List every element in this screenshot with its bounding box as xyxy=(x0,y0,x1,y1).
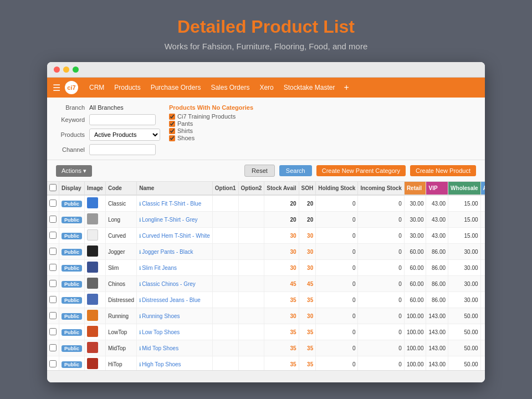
soh-1: 20 xyxy=(299,212,316,228)
category-check-1[interactable] xyxy=(169,121,175,127)
product-link-2[interactable]: ℹCurved Hem T-Shirt - White xyxy=(139,233,210,239)
product-link-9[interactable]: ℹMid Top Shoes xyxy=(139,345,178,351)
nav-item-products[interactable]: Products xyxy=(110,81,145,94)
option2-1 xyxy=(238,212,264,228)
nav-item-sales-orders[interactable]: Sales Orders xyxy=(206,81,254,94)
table-row: Public Chinos ℹClassic Chinos - Grey 45 … xyxy=(47,276,485,292)
option2-3 xyxy=(238,244,264,260)
retail-8: 100.00 xyxy=(404,324,426,340)
retail-7: 100.00 xyxy=(404,308,426,324)
display-badge-6: Public xyxy=(62,297,82,304)
holding-4: 0 xyxy=(316,260,358,276)
hamburger-icon[interactable]: ☰ xyxy=(53,83,60,93)
category-label-3: Shoes xyxy=(177,135,195,141)
branch-value: All Branches xyxy=(89,104,124,111)
aud-0: 0.00 xyxy=(480,195,485,212)
incoming-2: 0 xyxy=(358,228,404,244)
product-link-3[interactable]: ℹJogger Pants - Black xyxy=(139,249,193,255)
category-check-2[interactable] xyxy=(169,128,175,134)
row-checkbox-3[interactable] xyxy=(49,248,57,255)
row-checkbox-7[interactable] xyxy=(49,312,57,319)
products-select[interactable]: Active Products All Products Inactive Pr… xyxy=(89,129,160,141)
vip-1: 43.00 xyxy=(426,212,448,228)
wholesale-6: 30.00 xyxy=(448,292,480,308)
soh-9: 35 xyxy=(299,340,316,356)
product-link-0[interactable]: ℹClassic Fit T-Shirt - Blue xyxy=(139,201,201,207)
dot-green[interactable] xyxy=(73,66,79,73)
display-badge-1: Public xyxy=(62,217,82,223)
row-checkbox-10[interactable] xyxy=(49,360,57,367)
row-checkbox-0[interactable] xyxy=(49,200,57,207)
nav-add-icon[interactable]: + xyxy=(340,83,352,93)
dot-yellow[interactable] xyxy=(63,66,69,73)
dot-red[interactable] xyxy=(54,66,60,73)
row-checkbox-4[interactable] xyxy=(49,264,57,271)
aud-9: 0.00 xyxy=(480,340,485,356)
nav-item-stocktake[interactable]: Stocktake Master xyxy=(279,81,340,94)
vip-5: 86.00 xyxy=(426,276,448,292)
keyword-input[interactable] xyxy=(89,114,156,125)
product-image-8 xyxy=(87,326,98,337)
soh-8: 35 xyxy=(299,324,316,340)
filter-row-keyword: Keyword xyxy=(56,114,160,125)
product-link-10[interactable]: ℹHigh Top Shoes xyxy=(139,361,181,367)
option1-0 xyxy=(212,195,238,212)
actions-bar: Actions ▾ Reset Search Create New Parent… xyxy=(47,160,485,182)
aud-4: 0.00 xyxy=(480,260,485,276)
create-category-button[interactable]: Create New Parent Category xyxy=(316,165,406,176)
th-vip: VIP xyxy=(426,182,448,195)
category-check-0[interactable] xyxy=(169,114,175,120)
row-checkbox-1[interactable] xyxy=(49,216,57,223)
incoming-3: 0 xyxy=(358,244,404,260)
vip-7: 143.00 xyxy=(426,308,448,324)
product-link-5[interactable]: ℹClassic Chinos - Grey xyxy=(139,281,196,287)
table-row: Public Slim ℹSlim Fit Jeans 30 30 0 0 60… xyxy=(47,260,485,276)
th-retail: Retail xyxy=(404,182,426,195)
nav-logo: ci7 xyxy=(65,81,78,94)
product-link-1[interactable]: ℹLongline T-Shirt - Grey xyxy=(139,217,197,223)
holding-10: 0 xyxy=(316,356,358,371)
stock-avail-7: 30 xyxy=(264,308,299,324)
search-button[interactable]: Search xyxy=(279,165,312,176)
nav-item-crm[interactable]: CRM xyxy=(85,81,109,94)
soh-10: 35 xyxy=(299,356,316,371)
incoming-1: 0 xyxy=(358,212,404,228)
product-link-4[interactable]: ℹSlim Fit Jeans xyxy=(139,265,177,271)
browser-footer xyxy=(47,370,485,382)
row-checkbox-5[interactable] xyxy=(49,280,57,287)
product-link-6[interactable]: ℹDistressed Jeans - Blue xyxy=(139,297,201,303)
display-badge-7: Public xyxy=(62,313,82,320)
holding-6: 0 xyxy=(316,292,358,308)
nav-item-purchase-orders[interactable]: Purchase Orders xyxy=(146,81,206,94)
nav-items: CRM Products Purchase Orders Sales Order… xyxy=(85,81,352,94)
branch-label: Branch xyxy=(56,104,85,111)
reset-button[interactable]: Reset xyxy=(244,165,275,177)
category-check-3[interactable] xyxy=(169,135,175,141)
nav-item-xero[interactable]: Xero xyxy=(255,81,278,94)
categories-title: Products With No Categories xyxy=(169,104,476,111)
aud-5: 0.00 xyxy=(480,276,485,292)
create-product-button[interactable]: Create New Product xyxy=(410,165,476,176)
row-checkbox-6[interactable] xyxy=(49,296,57,303)
row-checkbox-9[interactable] xyxy=(49,344,57,351)
actions-button[interactable]: Actions ▾ xyxy=(56,165,92,177)
code-0: Classic xyxy=(105,195,136,212)
category-item-3: Shoes xyxy=(169,135,476,141)
product-link-7[interactable]: ℹRunning Shoes xyxy=(139,313,180,319)
channel-input[interactable] xyxy=(89,144,156,155)
browser-window: ☰ ci7 CRM Products Purchase Orders Sales… xyxy=(47,62,485,382)
wholesale-0: 15.00 xyxy=(448,195,480,212)
select-all-checkbox[interactable] xyxy=(49,184,57,191)
product-image-1 xyxy=(87,213,98,224)
row-checkbox-2[interactable] xyxy=(49,232,57,239)
wholesale-10: 50.00 xyxy=(448,356,480,371)
table-row: Public LowTop ℹLow Top Shoes 35 35 0 0 1… xyxy=(47,324,485,340)
code-2: Curved xyxy=(105,228,136,244)
incoming-6: 0 xyxy=(358,292,404,308)
code-9: MidTop xyxy=(105,340,136,356)
row-checkbox-8[interactable] xyxy=(49,328,57,335)
keyword-label: Keyword xyxy=(56,116,85,123)
product-link-8[interactable]: ℹLow Top Shoes xyxy=(139,329,180,335)
holding-8: 0 xyxy=(316,324,358,340)
wholesale-7: 50.00 xyxy=(448,308,480,324)
